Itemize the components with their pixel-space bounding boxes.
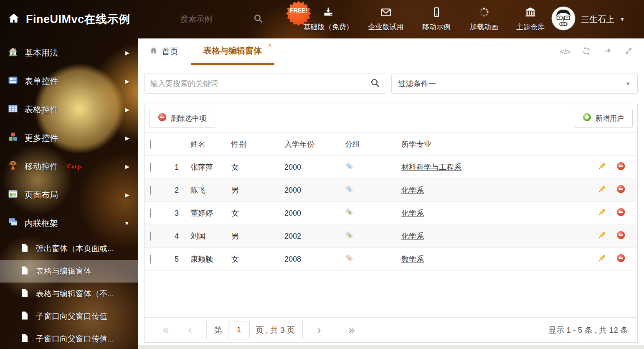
keyword-search-input[interactable] [150, 79, 370, 88]
sidebar-item-inline-frame[interactable]: 内联框架 ▼ [0, 209, 138, 237]
source-code-icon[interactable]: </> [560, 47, 570, 56]
chevron-right-icon: ▶ [125, 192, 129, 198]
plus-circle-icon [583, 113, 591, 124]
cell-name: 董婷婷 [182, 208, 231, 218]
user-menu[interactable]: 三生石上 ▼ [551, 0, 625, 38]
sidebar-item-form-controls[interactable]: 表单控件 ▶ [0, 67, 138, 95]
prev-page-button[interactable]: ‹ [178, 324, 202, 336]
row-checkbox[interactable] [150, 163, 151, 172]
last-page-button[interactable]: » [340, 324, 364, 336]
nav-enterprise-trial[interactable]: 企业版试用 [361, 7, 411, 32]
nav-theme-repo[interactable]: 主题仓库 [510, 7, 551, 32]
keyword-search-box [144, 74, 386, 94]
sidebar-subitem-grid-edit-window[interactable]: 表格与编辑窗体 [0, 260, 138, 283]
column-header-name[interactable]: 姓名 [182, 139, 231, 149]
row-number: 4 [165, 232, 182, 241]
brand[interactable]: FineUIMvc在线示例 [8, 0, 130, 38]
row-checkbox[interactable] [150, 209, 151, 218]
sidebar-item-page-layout[interactable]: 页面布局 ▶ [0, 181, 138, 209]
home-logo-icon [8, 12, 20, 26]
user-name: 三生石上 [581, 14, 614, 25]
column-header-year[interactable]: 入学年份 [284, 139, 345, 149]
major-link[interactable]: 材料科学与工程系 [401, 163, 461, 171]
delete-row-icon[interactable] [616, 185, 625, 196]
edit-pencil-icon[interactable] [597, 185, 606, 196]
tag-icon [345, 164, 354, 173]
sidebar-subitem-label: 子窗口向父窗口传值 [36, 311, 107, 322]
cell-gender: 女 [231, 162, 284, 172]
chevron-right-icon: ▶ [125, 78, 129, 84]
row-number: 5 [165, 255, 182, 264]
edit-pencil-icon[interactable] [597, 254, 606, 265]
nav-loading-animation[interactable]: 加载动画 [462, 7, 506, 32]
cell-name: 陈飞 [182, 185, 231, 195]
row-checkbox[interactable] [150, 186, 151, 195]
cell-gender: 女 [231, 208, 284, 218]
column-header-major[interactable]: 所学专业 [393, 139, 597, 149]
select-all-checkbox[interactable] [150, 140, 151, 149]
nav-mobile-demo[interactable]: 移动示例 [414, 7, 459, 32]
sidebar-subitem-child-to-parent[interactable]: 子窗口向父窗口传值 [0, 305, 138, 328]
tab-home[interactable]: 首页 [150, 38, 178, 65]
column-header-gender[interactable]: 性别 [231, 139, 284, 149]
tab-grid-edit-window[interactable]: 表格与编辑窗体 ✕ [191, 38, 274, 65]
sidebar-subitem-label: 子窗口向父窗口传值... [36, 334, 114, 344]
sidebar-item-label: 页面布局 [25, 189, 58, 201]
layout-icon [8, 189, 18, 201]
next-page-button[interactable]: › [307, 324, 331, 336]
table-row: 1 张萍萍 女 2000 材料科学与工程系 [145, 156, 637, 179]
top-nav: 基础版（免费） 企业版试用 移动示例 加载动画 [299, 0, 551, 38]
sidebar-subitem-grid-edit-window-2[interactable]: 表格与编辑窗体（不... [0, 283, 138, 305]
major-link[interactable]: 化学系 [401, 209, 424, 217]
sidebar-item-basic-usage[interactable]: 基本用法 ▶ [0, 38, 138, 67]
row-checkbox[interactable] [150, 255, 151, 264]
sidebar-item-more-controls[interactable]: 更多控件 ▶ [0, 124, 138, 152]
tag-icon [345, 233, 354, 242]
chevron-right-icon: ▶ [125, 135, 129, 141]
edit-pencil-icon[interactable] [597, 231, 606, 242]
file-icon [20, 243, 29, 254]
cell-name: 刘国 [182, 231, 231, 241]
app-window: FineUIMvc在线示例 FREE! 基础版（免费） [0, 0, 644, 349]
major-link[interactable]: 化学系 [401, 232, 424, 240]
table-row: 3 董婷婷 女 2000 化学系 [145, 202, 637, 225]
filter-dropdown-value: 过滤条件一 [398, 79, 625, 89]
search-icon[interactable] [253, 13, 263, 25]
first-page-button[interactable]: « [154, 324, 178, 336]
page-number-input[interactable] [228, 321, 250, 339]
chevron-right-icon: ▶ [125, 50, 129, 56]
table-header: 姓名 性别 入学年份 分组 所学专业 [145, 132, 637, 156]
tag-icon [345, 256, 354, 265]
delete-row-icon[interactable] [616, 254, 625, 265]
sidebar-item-mobile-controls[interactable]: 移动控件 Corp. ▶ [0, 152, 138, 181]
file-icon [20, 288, 29, 299]
sidebar-subitem-label: 弹出窗体（本页面或... [36, 243, 114, 254]
cell-year: 2002 [284, 232, 345, 241]
filter-dropdown[interactable]: 过滤条件一 ▼ [391, 74, 638, 94]
refresh-icon[interactable] [581, 46, 591, 58]
share-arrow-icon[interactable] [603, 46, 613, 58]
delete-row-icon[interactable] [616, 231, 625, 242]
major-link[interactable]: 数学系 [401, 255, 424, 263]
tab-toolbar: </> [560, 38, 644, 65]
edit-pencil-icon[interactable] [597, 162, 606, 173]
delete-row-icon[interactable] [616, 162, 625, 173]
top-search-input[interactable] [180, 15, 243, 24]
major-link[interactable]: 化学系 [401, 186, 424, 194]
sidebar-subitem-popup-window[interactable]: 弹出窗体（本页面或... [0, 237, 138, 260]
close-icon[interactable]: ✕ [268, 42, 272, 48]
top-header: FineUIMvc在线示例 FREE! 基础版（免费） [0, 0, 644, 38]
delete-row-icon[interactable] [616, 208, 625, 219]
sidebar-item-label: 更多控件 [25, 132, 58, 144]
chevron-right-icon: ▶ [125, 163, 129, 170]
column-header-group[interactable]: 分组 [345, 139, 393, 149]
cubes-icon [8, 132, 18, 144]
row-checkbox[interactable] [150, 232, 151, 241]
search-icon[interactable] [370, 78, 380, 89]
edit-pencil-icon[interactable] [597, 208, 606, 219]
sidebar-subitem-child-to-parent-2[interactable]: 子窗口向父窗口传值... [0, 328, 138, 349]
delete-selected-button[interactable]: 删除选中项 [149, 109, 215, 128]
sidebar-item-grid-controls[interactable]: 表格控件 ▶ [0, 95, 138, 124]
expand-icon[interactable] [624, 46, 633, 57]
add-user-button[interactable]: 新增用户 [574, 109, 633, 128]
